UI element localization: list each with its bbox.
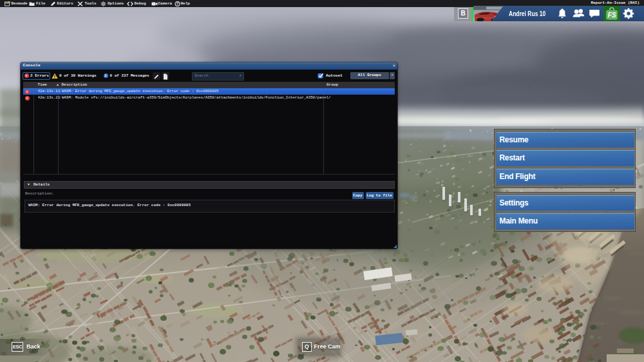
svg-text:?: ? — [176, 1, 178, 6]
svg-text:FS: FS — [608, 12, 616, 19]
